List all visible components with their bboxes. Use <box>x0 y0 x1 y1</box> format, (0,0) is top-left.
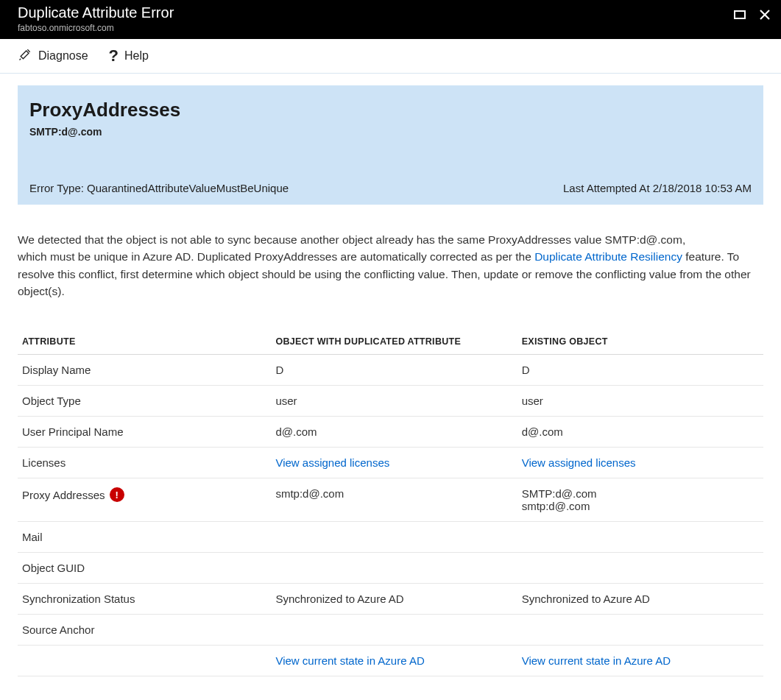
diagnose-label: Diagnose <box>38 49 88 63</box>
view-licenses-link-dup[interactable]: View assigned licenses <box>275 456 389 469</box>
window-title: Duplicate Attribute Error <box>18 4 174 21</box>
view-licenses-link-existing[interactable]: View assigned licenses <box>522 456 636 469</box>
attr-label: Display Name <box>18 355 271 386</box>
description-text: We detected that the object is not able … <box>18 231 763 300</box>
attr-dup: user <box>271 386 517 417</box>
attr-label: Proxy Addresses <box>22 489 105 501</box>
attr-dup: Synchronized to Azure AD <box>271 584 517 615</box>
banner-subtitle: SMTP:d@.com <box>29 126 752 138</box>
maximize-icon[interactable] <box>732 7 747 22</box>
attr-dup <box>271 553 517 584</box>
attr-label <box>18 646 271 676</box>
attr-label: Object Type <box>18 386 271 417</box>
close-icon[interactable] <box>757 7 772 22</box>
proxy-existing-line1: SMTP:d@.com <box>522 487 759 500</box>
table-row: Object GUID <box>18 553 763 584</box>
last-attempted-label: Last Attempted At 2/18/2018 10:53 AM <box>563 182 752 194</box>
banner-footer: Error Type: QuarantinedAttributeValueMus… <box>29 182 752 194</box>
col-existing: EXISTING OBJECT <box>517 329 763 355</box>
help-label: Help <box>124 49 149 63</box>
attr-existing: user <box>517 386 763 417</box>
attr-existing: D <box>517 355 763 386</box>
error-banner: ProxyAddresses SMTP:d@.com Error Type: Q… <box>18 85 763 205</box>
table-row: Display Name D D <box>18 355 763 386</box>
attr-label: Synchronization Status <box>18 584 271 615</box>
attr-label: Mail <box>18 522 271 553</box>
table-row: Synchronization Status Synchronized to A… <box>18 584 763 615</box>
table-row: Licenses View assigned licenses View ass… <box>18 448 763 478</box>
help-button[interactable]: ? Help <box>109 46 149 66</box>
resiliency-link[interactable]: Duplicate Attribute Resiliency <box>534 250 682 263</box>
table-row: Object Type user user <box>18 386 763 417</box>
titlebar: Duplicate Attribute Error fabtoso.onmicr… <box>0 0 781 39</box>
banner-title: ProxyAddresses <box>29 99 752 121</box>
attr-existing <box>517 615 763 646</box>
attr-dup: d@.com <box>271 417 517 448</box>
proxy-existing-line2: smtp:d@.com <box>522 500 759 512</box>
view-state-link-existing[interactable]: View current state in Azure AD <box>522 654 671 667</box>
attr-label: Source Anchor <box>18 615 271 646</box>
table-row: Source Anchor <box>18 615 763 646</box>
wrench-icon <box>18 47 32 65</box>
attr-existing <box>517 522 763 553</box>
tenant-subtitle: fabtoso.onmicrosoft.com <box>18 23 174 33</box>
attr-dup: D <box>271 355 517 386</box>
col-attribute: ATTRIBUTE <box>18 329 271 355</box>
error-icon: ! <box>110 487 124 502</box>
attr-label: Object GUID <box>18 553 271 584</box>
window-controls <box>732 4 772 22</box>
desc-part2: which must be unique in Azure AD. Duplic… <box>18 250 534 263</box>
desc-part1: We detected that the object is not able … <box>18 233 685 246</box>
col-dup: OBJECT WITH DUPLICATED ATTRIBUTE <box>271 329 517 355</box>
attributes-table: ATTRIBUTE OBJECT WITH DUPLICATED ATTRIBU… <box>18 329 763 676</box>
table-row: Proxy Addresses ! smtp:d@.com SMTP:d@.co… <box>18 478 763 522</box>
content: ProxyAddresses SMTP:d@.com Error Type: Q… <box>0 74 781 700</box>
attr-existing: d@.com <box>517 417 763 448</box>
attr-existing: Synchronized to Azure AD <box>517 584 763 615</box>
table-row: User Principal Name d@.com d@.com <box>18 417 763 448</box>
diagnose-button[interactable]: Diagnose <box>18 47 88 65</box>
attr-dup: smtp:d@.com <box>271 478 517 522</box>
titlebar-left: Duplicate Attribute Error fabtoso.onmicr… <box>18 4 174 33</box>
question-icon: ? <box>109 46 119 66</box>
table-row: Mail <box>18 522 763 553</box>
view-state-link-dup[interactable]: View current state in Azure AD <box>275 654 424 667</box>
table-row: View current state in Azure AD View curr… <box>18 646 763 676</box>
attr-dup <box>271 615 517 646</box>
attr-existing <box>517 553 763 584</box>
error-type-label: Error Type: QuarantinedAttributeValueMus… <box>29 182 289 194</box>
attr-existing: SMTP:d@.com smtp:d@.com <box>517 478 763 522</box>
toolbar: Diagnose ? Help <box>0 39 781 74</box>
attr-dup <box>271 522 517 553</box>
attr-label: User Principal Name <box>18 417 271 448</box>
attr-label: Licenses <box>18 448 271 478</box>
svg-rect-0 <box>735 11 745 18</box>
